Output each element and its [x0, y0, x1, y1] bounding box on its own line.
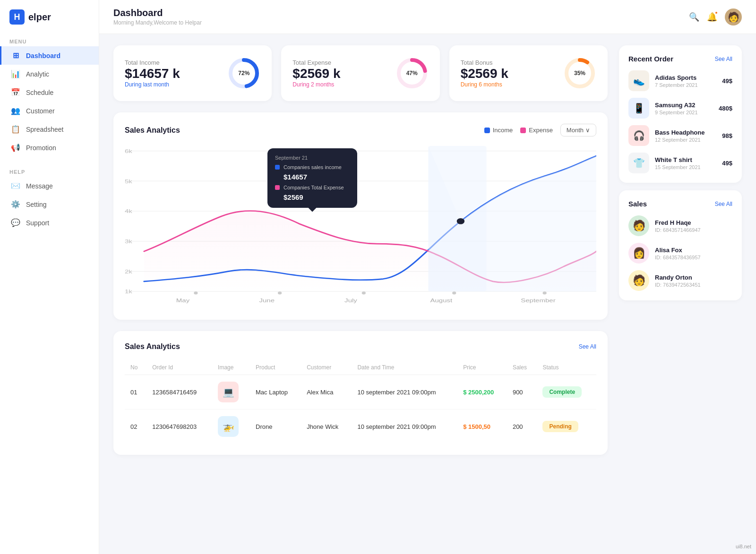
- order-name: Samsung A32: [655, 102, 713, 109]
- avatar[interactable]: 🧑: [725, 9, 742, 26]
- order-price: 49$: [722, 77, 732, 85]
- order-image: 👕: [628, 153, 649, 173]
- chart-header: Sales Analytics Income Expense: [125, 124, 596, 136]
- sidebar-item-label: Spreadsheet: [26, 126, 63, 133]
- col-sales: Sales: [507, 360, 537, 375]
- cell-price: $ 1500,50: [457, 409, 507, 444]
- legend-income: Income: [484, 127, 513, 134]
- sidebar-item-promotion[interactable]: 📢 Promotion: [0, 138, 99, 157]
- status-badge: Pending: [542, 421, 578, 432]
- page-title: Dashboard: [113, 8, 202, 18]
- sales-id: ID: 6843571466947: [655, 227, 732, 233]
- order-name: White T shirt: [655, 156, 716, 163]
- stat-label: Total Income: [125, 59, 180, 66]
- table-header: Sales Analytics See All: [125, 342, 596, 351]
- cell-order-id: 1236584716459: [146, 375, 212, 409]
- logo-letter: H: [14, 12, 20, 22]
- sidebar-item-analytic[interactable]: 📊 Analytic: [0, 65, 99, 83]
- sales-item: 🧑 Randy Orton ID: 7639472563451: [628, 270, 732, 291]
- sidebar-item-schedule[interactable]: 📅 Schedule: [0, 83, 99, 102]
- order-item: 👟 Adidas Sports 7 September 2021 49$: [628, 70, 732, 91]
- stat-value: $14657 k: [125, 66, 180, 81]
- svg-text:July: July: [344, 298, 357, 304]
- order-item: 📱 Samsung A32 9 September 2021 480$: [628, 98, 732, 119]
- search-icon[interactable]: 🔍: [689, 12, 699, 22]
- sales-id: ID: 6843578436957: [655, 255, 732, 260]
- chart-container: Sales Analytics Income Expense: [113, 112, 608, 320]
- sales-panel: Sales See All 🧑 Fred H Haqe ID: 68435714…: [619, 190, 742, 300]
- cell-status: Complete: [537, 375, 596, 409]
- stat-sub: During 6 months: [461, 81, 508, 88]
- menu-section-label: Menu: [0, 34, 99, 46]
- table-row: 01 1236584716459 💻 Mac Laptop Alex Mica …: [125, 375, 596, 409]
- svg-text:3k: 3k: [125, 239, 132, 245]
- logo: H elper: [0, 9, 99, 34]
- panel-title: Recent Order: [628, 55, 673, 63]
- cell-image: 💻: [212, 375, 250, 409]
- chart-title: Sales Analytics: [125, 126, 180, 135]
- sales-info: Fred H Haqe ID: 6843571466947: [655, 219, 732, 233]
- product-image: 🚁: [218, 416, 239, 437]
- stat-card-income: Total Income $14657 k During last month …: [113, 45, 272, 101]
- sidebar-item-message[interactable]: ✉️ Message: [0, 177, 99, 195]
- cell-no: 02: [125, 409, 146, 444]
- cell-sales: 900: [507, 375, 537, 409]
- sidebar-item-customer[interactable]: 👥 Customer: [0, 102, 99, 120]
- table-see-all[interactable]: See All: [579, 343, 596, 350]
- stat-card-bonus: Total Bonus $2569 k During 6 months 35%: [449, 45, 608, 101]
- donut-chart-expense: 47%: [395, 57, 429, 90]
- help-section-label: Help: [0, 164, 99, 177]
- sidebar-item-label: Support: [26, 219, 49, 227]
- svg-text:1k: 1k: [125, 289, 132, 295]
- stats-row: Total Income $14657 k During last month …: [113, 45, 608, 101]
- month-button[interactable]: Month ∨: [560, 124, 596, 136]
- order-info: Adidas Sports 7 September 2021: [655, 74, 716, 88]
- sidebar-item-label: Customer: [26, 107, 55, 115]
- stat-sub: During 2 months: [292, 81, 340, 88]
- sidebar: H elper Menu ⊞ Dashboard 📊 Analytic 📅 Sc…: [0, 0, 99, 554]
- header-actions: 🔍 🔔 🧑: [689, 9, 742, 26]
- svg-text:5k: 5k: [125, 178, 132, 184]
- order-date: 15 September 2021: [655, 164, 716, 170]
- donut-chart-income: 72%: [227, 57, 260, 90]
- watermark: ui8.net: [736, 544, 751, 549]
- col-status: Status: [537, 360, 596, 375]
- stat-sub: During last month: [125, 81, 180, 88]
- order-info: Bass Headphone 12 September 2021: [655, 129, 716, 143]
- income-dot: [484, 128, 490, 133]
- promotion-icon: 📢: [11, 143, 20, 152]
- donut-percent: 35%: [574, 70, 585, 77]
- sales-table: No Order Id Image Product Customer Date …: [125, 360, 596, 443]
- order-info: White T shirt 15 September 2021: [655, 156, 716, 170]
- stat-label: Total Expense: [292, 59, 340, 66]
- sidebar-item-dashboard[interactable]: ⊞ Dashboard: [0, 46, 99, 65]
- sidebar-item-support[interactable]: 💬 Support: [0, 213, 99, 232]
- chart-area: 6k 5k 4k 3k 2k 1k: [125, 146, 596, 308]
- recent-order-see-all[interactable]: See All: [715, 56, 732, 62]
- customer-icon: 👥: [11, 106, 20, 115]
- sidebar-item-label: Setting: [26, 201, 47, 208]
- order-date: 12 September 2021: [655, 137, 716, 143]
- expense-dot: [520, 128, 526, 133]
- svg-text:June: June: [259, 298, 275, 304]
- col-image: Image: [212, 360, 250, 375]
- stat-label: Total Bonus: [461, 59, 508, 66]
- sales-see-all[interactable]: See All: [715, 201, 732, 207]
- sidebar-item-setting[interactable]: ⚙️ Setting: [0, 195, 99, 213]
- table-container: Sales Analytics See All No Order Id Imag…: [113, 331, 608, 455]
- stat-value: $2569 k: [461, 66, 508, 81]
- cell-sales: 200: [507, 409, 537, 444]
- message-icon: ✉️: [11, 181, 20, 190]
- notification-button[interactable]: 🔔: [707, 12, 717, 22]
- donut-chart-bonus: 35%: [563, 57, 596, 90]
- cell-product: Drone: [250, 409, 301, 444]
- svg-point-24: [543, 291, 547, 294]
- svg-point-20: [278, 291, 282, 294]
- cell-price: $ 2500,200: [457, 375, 507, 409]
- spreadsheet-icon: 📋: [11, 125, 20, 134]
- header-title-group: Dashboard Morning Mandy,Welcome to Helpa…: [113, 8, 202, 26]
- cell-datetime: 10 september 2021 09:00pm: [352, 375, 457, 409]
- cell-customer: Jhone Wick: [301, 409, 352, 444]
- sidebar-item-spreadsheet[interactable]: 📋 Spreadsheet: [0, 120, 99, 138]
- sales-name: Alisa Fox: [655, 247, 732, 254]
